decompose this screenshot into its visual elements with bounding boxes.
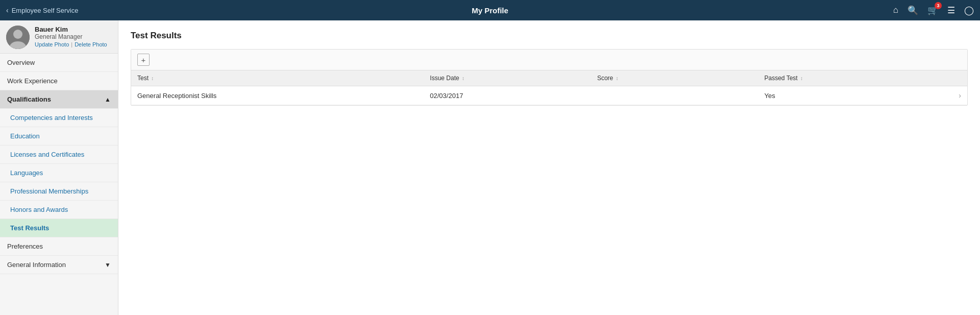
column-header-test[interactable]: Test ↕ [131, 70, 424, 86]
sidebar-item-overview[interactable]: Overview [0, 54, 118, 72]
top-nav: ‹ Employee Self Service My Profile ⌂ 🔍 🛒… [0, 0, 980, 20]
back-nav[interactable]: ‹ Employee Self Service [6, 6, 78, 14]
svg-point-1 [13, 30, 22, 39]
add-button[interactable]: + [137, 54, 150, 66]
sidebar-item-general-information[interactable]: General Information ▼ [0, 256, 118, 274]
home-icon[interactable]: ⌂ [893, 5, 898, 15]
cell-issue-date: 02/03/2017 [424, 86, 591, 105]
notification-badge: 3 [935, 2, 942, 9]
cell-score [591, 86, 758, 105]
sidebar-item-languages[interactable]: Languages [0, 164, 118, 182]
sidebar-item-education[interactable]: Education [0, 127, 118, 146]
table-row[interactable]: General Receptionist Skills 02/03/2017 Y… [131, 86, 967, 105]
update-photo-link[interactable]: Update Photo [35, 41, 69, 47]
notifications-icon[interactable]: 🛒 3 [927, 5, 938, 16]
cell-passed-test: Yes [758, 86, 925, 105]
avatar [6, 26, 30, 49]
table-header-row: Test ↕ Issue Date ↕ Score ↕ Passed Test … [131, 70, 967, 86]
sidebar-item-preferences[interactable]: Preferences [0, 237, 118, 256]
sort-icon-score: ↕ [616, 76, 619, 81]
sort-icon-passed: ↕ [800, 76, 803, 81]
column-header-passed-test[interactable]: Passed Test ↕ [758, 70, 925, 86]
sidebar-item-professional-memberships[interactable]: Professional Memberships [0, 182, 118, 201]
column-header-issue-date[interactable]: Issue Date ↕ [424, 70, 591, 86]
app-layout: Bauer Kim General Manager Update Photo |… [0, 20, 980, 315]
menu-icon[interactable]: ☰ [947, 5, 955, 16]
test-results-table-container: + Test ↕ Issue Date ↕ Score ↕ [131, 49, 968, 106]
page-title: Test Results [131, 31, 968, 41]
sort-icon-date: ↕ [462, 76, 464, 81]
page-header-title: My Profile [472, 6, 508, 15]
app-title: Employee Self Service [12, 7, 79, 14]
cell-test: General Receptionist Skills [131, 86, 424, 105]
add-row-bar: + [131, 50, 967, 70]
sidebar-item-honors-awards[interactable]: Honors and Awards [0, 201, 118, 219]
search-icon[interactable]: 🔍 [908, 5, 918, 16]
profile-info: Bauer Kim General Manager Update Photo |… [35, 26, 107, 47]
profile-section: Bauer Kim General Manager Update Photo |… [0, 20, 118, 54]
sidebar-item-work-experience[interactable]: Work Experience [0, 72, 118, 90]
sidebar-item-competencies[interactable]: Competencies and Interests [0, 109, 118, 127]
profile-job-title: General Manager [35, 33, 107, 40]
user-icon[interactable]: ◯ [964, 5, 974, 16]
profile-name: Bauer Kim [35, 26, 107, 33]
delete-photo-link[interactable]: Delete Photo [75, 41, 107, 47]
sidebar: Bauer Kim General Manager Update Photo |… [0, 20, 118, 315]
chevron-up-icon: ▲ [105, 96, 111, 103]
test-results-table: Test ↕ Issue Date ↕ Score ↕ Passed Test … [131, 70, 967, 105]
chevron-down-icon: ▼ [105, 261, 111, 269]
row-chevron-icon: › [925, 86, 967, 105]
sort-icon-test: ↕ [151, 76, 154, 81]
profile-links: Update Photo | Delete Photo [35, 41, 107, 47]
column-header-score[interactable]: Score ↕ [591, 70, 758, 86]
sidebar-item-licenses[interactable]: Licenses and Certificates [0, 146, 118, 164]
sidebar-item-test-results[interactable]: Test Results [0, 219, 118, 237]
main-content: Test Results + Test ↕ Issue Date ↕ Sco [118, 20, 980, 315]
top-nav-icons: ⌂ 🔍 🛒 3 ☰ ◯ [893, 5, 974, 16]
back-icon: ‹ [6, 6, 9, 14]
sidebar-item-qualifications[interactable]: Qualifications ▲ [0, 90, 118, 109]
